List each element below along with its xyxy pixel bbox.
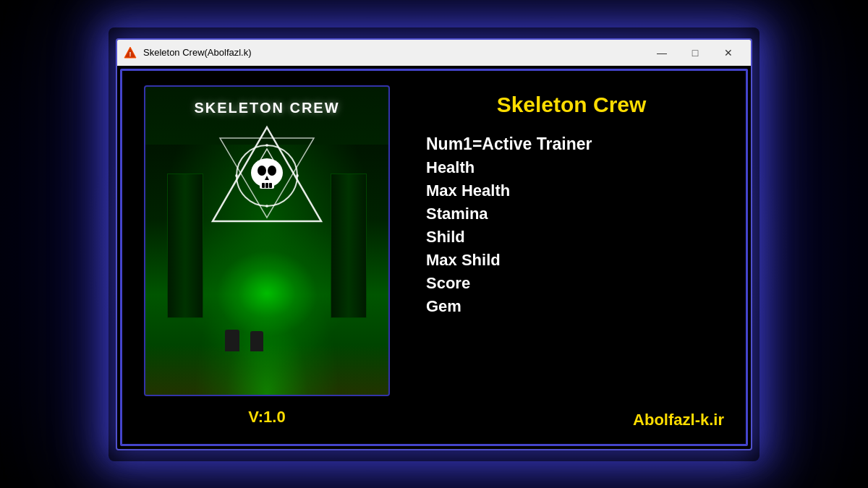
- feature-item-2: Max Health: [426, 181, 510, 200]
- green-glow: [195, 250, 339, 395]
- feature-item-1: Health: [426, 158, 475, 177]
- website-label: Abolfazl-k.ir: [633, 411, 724, 429]
- character-1: [225, 330, 239, 351]
- titlebar-title: Skeleton Crew(Abolfazl.k): [143, 47, 645, 58]
- app-title: Skeleton Crew: [497, 93, 647, 117]
- svg-point-12: [268, 166, 276, 176]
- svg-text:!: !: [129, 51, 132, 58]
- titlebar-controls: — □ ✕: [645, 40, 745, 66]
- features-list: Num1=Active Trainer Health Max Health St…: [412, 134, 731, 316]
- version-label: V:1.0: [248, 408, 285, 427]
- svg-point-11: [258, 166, 266, 176]
- close-icon: ✕: [724, 48, 733, 58]
- svg-point-16: [235, 174, 238, 177]
- svg-point-14: [265, 144, 268, 147]
- feature-item-4: Shild: [426, 228, 465, 247]
- main-content: SKELETON CREW: [120, 69, 748, 446]
- restore-button[interactable]: □: [678, 40, 712, 66]
- bottom-right: Abolfazl-k.ir: [412, 411, 731, 429]
- svg-rect-8: [262, 183, 265, 188]
- feature-item-3: Stamina: [426, 205, 488, 223]
- restore-icon: □: [692, 48, 698, 58]
- skull-logo: [209, 124, 325, 231]
- feature-item-6: Score: [426, 274, 470, 293]
- character-2: [250, 331, 263, 351]
- left-panel: SKELETON CREW: [137, 85, 397, 429]
- app-icon: !: [123, 46, 137, 60]
- game-title-text: SKELETON CREW: [194, 100, 339, 116]
- feature-item-7: Gem: [426, 297, 461, 316]
- minimize-button[interactable]: —: [645, 40, 678, 66]
- svg-rect-9: [265, 183, 268, 188]
- svg-point-15: [265, 205, 268, 207]
- right-panel: Skeleton Crew Num1=Active Trainer Health…: [412, 85, 731, 429]
- svg-rect-10: [269, 183, 272, 188]
- close-button[interactable]: ✕: [712, 40, 745, 66]
- svg-point-17: [296, 174, 299, 177]
- minimize-icon: —: [657, 48, 667, 58]
- application-window: ! Skeleton Crew(Abolfazl.k) — □ ✕: [116, 38, 752, 450]
- feature-item-0: Num1=Active Trainer: [426, 134, 592, 154]
- titlebar: ! Skeleton Crew(Abolfazl.k) — □ ✕: [117, 40, 751, 66]
- game-image: SKELETON CREW: [144, 85, 390, 396]
- feature-item-5: Max Shild: [426, 251, 501, 270]
